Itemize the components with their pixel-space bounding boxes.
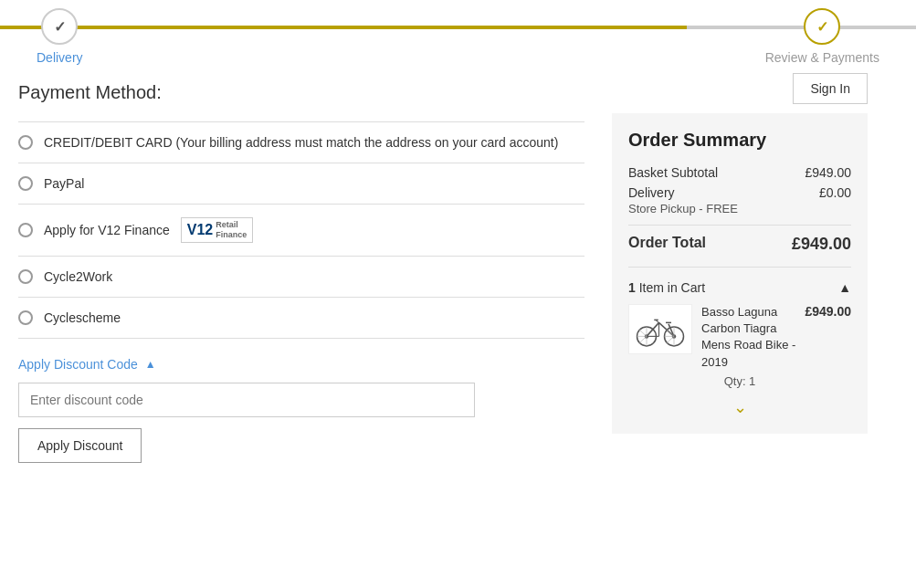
cart-header: 1 Item in Cart ▲ bbox=[628, 280, 851, 295]
payment-option-cycle2work[interactable]: Cycle2Work bbox=[18, 257, 584, 298]
radio-cyclescheme[interactable] bbox=[18, 310, 33, 325]
cart-section: 1 Item in Cart ▲ bbox=[628, 280, 851, 417]
cycle2work-label: Cycle2Work bbox=[44, 269, 112, 284]
radio-v12[interactable] bbox=[18, 223, 33, 237]
delivery-circle: ✓ bbox=[41, 8, 78, 45]
svg-line-4 bbox=[647, 322, 659, 336]
bike-icon bbox=[633, 309, 688, 350]
cart-divider bbox=[628, 267, 851, 268]
svg-line-10 bbox=[657, 320, 659, 322]
apply-discount-button[interactable]: Apply Discount bbox=[18, 428, 142, 463]
order-total-row: Order Total £949.00 bbox=[628, 235, 851, 254]
sign-in-button[interactable]: Sign In bbox=[793, 73, 868, 104]
cart-item: Basso Laguna Carbon Tiagra Mens Road Bik… bbox=[628, 304, 851, 388]
cart-item-name: Basso Laguna Carbon Tiagra Mens Road Bik… bbox=[701, 304, 805, 371]
payment-method-title: Payment Method: bbox=[18, 82, 584, 103]
cart-item-qty: Qty: 1 bbox=[628, 374, 851, 388]
sign-in-container: Sign In bbox=[612, 73, 868, 104]
payment-option-v12[interactable]: Apply for V12 Finance V12 RetailFinance bbox=[18, 205, 584, 257]
radio-credit-debit[interactable] bbox=[18, 135, 33, 150]
apply-discount-label: Apply Discount bbox=[37, 438, 122, 453]
paypal-label: PayPal bbox=[44, 176, 84, 191]
review-label: Review & Payments bbox=[765, 50, 879, 65]
order-summary-title: Order Summary bbox=[628, 130, 851, 151]
cart-in-cart-text: Item in Cart bbox=[639, 280, 705, 295]
v12-label: Apply for V12 Finance bbox=[44, 223, 170, 237]
discount-toggle-label: Apply Discount Code bbox=[18, 357, 138, 372]
delivery-check-icon: ✓ bbox=[54, 18, 66, 36]
v12-logo-text: V12 bbox=[187, 222, 213, 238]
review-circle: ✓ bbox=[804, 8, 840, 45]
cart-item-details: Basso Laguna Carbon Tiagra Mens Road Bik… bbox=[701, 304, 851, 371]
v12-retail-text: RetailFinance bbox=[216, 220, 247, 240]
order-total-label: Order Total bbox=[628, 235, 706, 254]
cart-item-price: £949.00 bbox=[805, 304, 851, 371]
summary-divider bbox=[628, 225, 851, 226]
review-check-icon: ✓ bbox=[816, 18, 828, 36]
payment-option-paypal[interactable]: PayPal bbox=[18, 163, 584, 205]
payment-option-credit-debit[interactable]: CREDIT/DEBIT CARD (Your billing address … bbox=[18, 121, 584, 163]
discount-code-input[interactable] bbox=[18, 383, 475, 417]
sign-in-label: Sign In bbox=[810, 81, 850, 96]
right-panel: Sign In Order Summary Basket Subtotal £9… bbox=[603, 73, 877, 481]
delivery-label: Delivery bbox=[37, 50, 83, 65]
cart-item-count: 1 bbox=[628, 280, 636, 295]
delivery-note-row: Store Pickup - FREE bbox=[628, 202, 851, 215]
svg-line-15 bbox=[639, 336, 647, 343]
payment-option-cyclescheme[interactable]: Cyclescheme bbox=[18, 298, 584, 339]
delivery-note-text: Store Pickup - FREE bbox=[628, 202, 738, 215]
order-total-value: £949.00 bbox=[792, 235, 851, 254]
cart-item-image bbox=[628, 304, 692, 354]
chevron-up-icon: ▲ bbox=[145, 358, 156, 371]
basket-subtotal-row: Basket Subtotal £949.00 bbox=[628, 165, 851, 180]
cart-collapse-icon[interactable]: ▲ bbox=[838, 280, 851, 295]
payment-options-list: CREDIT/DEBIT CARD (Your billing address … bbox=[18, 121, 584, 339]
delivery-label: Delivery bbox=[628, 185, 675, 200]
delivery-row: Delivery £0.00 bbox=[628, 185, 851, 200]
order-summary-box: Order Summary Basket Subtotal £949.00 De… bbox=[612, 113, 868, 434]
cart-expand-icon[interactable]: ⌄ bbox=[628, 397, 851, 417]
svg-line-14 bbox=[639, 330, 647, 337]
step-review: ✓ Review & Payments bbox=[765, 8, 879, 65]
left-panel: Payment Method: CREDIT/DEBIT CARD (Your … bbox=[0, 73, 603, 481]
step-delivery: ✓ Delivery bbox=[37, 8, 83, 65]
basket-subtotal-value: £949.00 bbox=[805, 165, 851, 180]
delivery-value: £0.00 bbox=[819, 185, 851, 200]
radio-paypal[interactable] bbox=[18, 176, 33, 191]
v12-badge: V12 RetailFinance bbox=[181, 217, 253, 243]
discount-section: Apply Discount Code ▲ Apply Discount bbox=[18, 357, 584, 463]
basket-subtotal-label: Basket Subtotal bbox=[628, 165, 718, 180]
cart-item-row: Basso Laguna Carbon Tiagra Mens Road Bik… bbox=[628, 304, 851, 371]
discount-toggle[interactable]: Apply Discount Code ▲ bbox=[18, 357, 584, 372]
cyclescheme-label: Cyclescheme bbox=[44, 310, 121, 325]
credit-debit-label: CREDIT/DEBIT CARD (Your billing address … bbox=[44, 135, 558, 150]
svg-line-20 bbox=[667, 336, 674, 343]
cart-summary-text: 1 Item in Cart bbox=[628, 280, 705, 295]
radio-cycle2work[interactable] bbox=[18, 269, 33, 284]
